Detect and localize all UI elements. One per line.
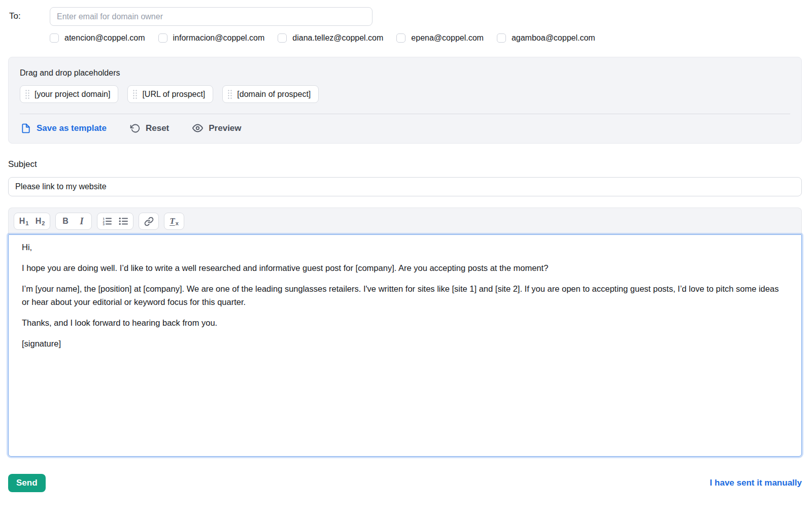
- heading1-sub: 1: [25, 220, 28, 226]
- ordered-list-button[interactable]: 1 2 3: [99, 214, 115, 228]
- panel-actions-row: Save as template Reset Preview: [20, 114, 790, 143]
- footer-actions-row: Send I have sent it manually: [8, 474, 802, 492]
- placeholder-chip-label: [your project domain]: [35, 90, 110, 99]
- bullet-list-button[interactable]: [115, 214, 131, 228]
- to-row: To: atencion@coppel.com informacion@copp…: [8, 7, 802, 43]
- placeholder-chips-row: [your project domain] [URL of prospect] …: [20, 85, 790, 103]
- drag-handle-icon: [25, 89, 29, 99]
- drag-handle-icon: [227, 89, 232, 99]
- insert-link-button[interactable]: [141, 214, 157, 228]
- italic-button[interactable]: I: [74, 214, 90, 228]
- clear-formatting-button[interactable]: Tx: [166, 214, 182, 228]
- email-option-label: epena@coppel.com: [411, 33, 484, 43]
- save-as-template-button[interactable]: Save as template: [21, 123, 107, 133]
- bullet-list-icon: [118, 216, 128, 226]
- placeholder-chip-domain-of-prospect[interactable]: [domain of prospect]: [222, 85, 319, 103]
- reset-label: Reset: [146, 123, 169, 133]
- file-icon: [21, 123, 31, 133]
- link-button-group: [139, 213, 159, 230]
- heading1-button[interactable]: H1: [16, 214, 32, 228]
- clear-format-button-group: Tx: [164, 213, 184, 230]
- email-body-paragraph: Hi,: [22, 240, 788, 254]
- email-body-paragraph: I’m [your name], the [position] at [comp…: [22, 282, 788, 308]
- placeholders-panel-title: Drag and drop placeholders: [20, 68, 790, 78]
- email-option-label: agamboa@coppel.com: [512, 33, 595, 43]
- email-body-paragraph: Thanks, and I look forward to hearing ba…: [22, 316, 788, 329]
- email-checkbox[interactable]: [278, 33, 287, 43]
- email-checkbox[interactable]: [497, 33, 506, 43]
- email-suggestions-row: atencion@coppel.com informacion@coppel.c…: [50, 33, 802, 43]
- recipient-email-input[interactable]: [50, 7, 373, 26]
- sent-manually-link[interactable]: I have sent it manually: [710, 478, 802, 488]
- email-body-editor: H1 H2 B I: [8, 208, 802, 457]
- email-option-label: informacion@coppel.com: [173, 33, 265, 43]
- list-buttons-group: 1 2 3: [97, 213, 133, 230]
- email-option-label: atencion@coppel.com: [64, 33, 145, 43]
- text-style-buttons-group: B I: [55, 213, 92, 230]
- send-button[interactable]: Send: [8, 474, 46, 492]
- email-body-paragraph: [signature]: [22, 337, 788, 350]
- heading2-button[interactable]: H2: [32, 214, 48, 228]
- italic-label: I: [80, 216, 83, 227]
- heading2-label: H: [36, 217, 42, 226]
- ordered-list-icon: 1 2 3: [102, 216, 112, 226]
- placeholder-chip-label: [domain of prospect]: [237, 90, 311, 99]
- preview-button[interactable]: Preview: [192, 123, 241, 133]
- email-option-label: diana.tellez@coppel.com: [292, 33, 383, 43]
- placeholder-chip-url-of-prospect[interactable]: [URL of prospect]: [127, 85, 213, 103]
- drag-handle-icon: [132, 89, 137, 99]
- subject-input[interactable]: [8, 177, 802, 196]
- preview-label: Preview: [209, 123, 241, 133]
- heading-buttons-group: H1 H2: [14, 213, 50, 230]
- to-label: To:: [8, 7, 50, 21]
- eye-icon: [192, 123, 203, 133]
- email-checkbox[interactable]: [396, 33, 405, 43]
- email-option[interactable]: informacion@coppel.com: [158, 33, 265, 43]
- email-option[interactable]: atencion@coppel.com: [50, 33, 145, 43]
- email-option[interactable]: agamboa@coppel.com: [497, 33, 595, 43]
- bold-label: B: [62, 217, 69, 226]
- email-option[interactable]: diana.tellez@coppel.com: [278, 33, 383, 43]
- email-checkbox[interactable]: [158, 33, 167, 43]
- email-body-paragraph: I hope you are doing well. I’d like to w…: [22, 261, 788, 274]
- link-icon: [144, 217, 154, 226]
- email-checkbox[interactable]: [50, 33, 59, 43]
- editor-toolbar: H1 H2 B I: [8, 208, 802, 234]
- clear-formatting-sub: x: [176, 220, 179, 226]
- heading1-label: H: [19, 217, 25, 226]
- subject-label: Subject: [8, 159, 802, 169]
- email-body-textarea[interactable]: Hi, I hope you are doing well. I’d like …: [8, 234, 802, 457]
- heading2-sub: 2: [42, 220, 45, 226]
- undo-arrow-icon: [130, 123, 140, 133]
- save-as-template-label: Save as template: [37, 123, 107, 133]
- placeholders-panel: Drag and drop placeholders [your project…: [8, 57, 802, 144]
- svg-text:3: 3: [103, 222, 105, 226]
- reset-button[interactable]: Reset: [130, 123, 169, 133]
- clear-formatting-label: T: [170, 216, 175, 226]
- bold-button[interactable]: B: [57, 214, 74, 228]
- placeholder-chip-label: [URL of prospect]: [142, 90, 205, 99]
- email-option[interactable]: epena@coppel.com: [396, 33, 484, 43]
- placeholder-chip-your-project-domain[interactable]: [your project domain]: [20, 85, 118, 103]
